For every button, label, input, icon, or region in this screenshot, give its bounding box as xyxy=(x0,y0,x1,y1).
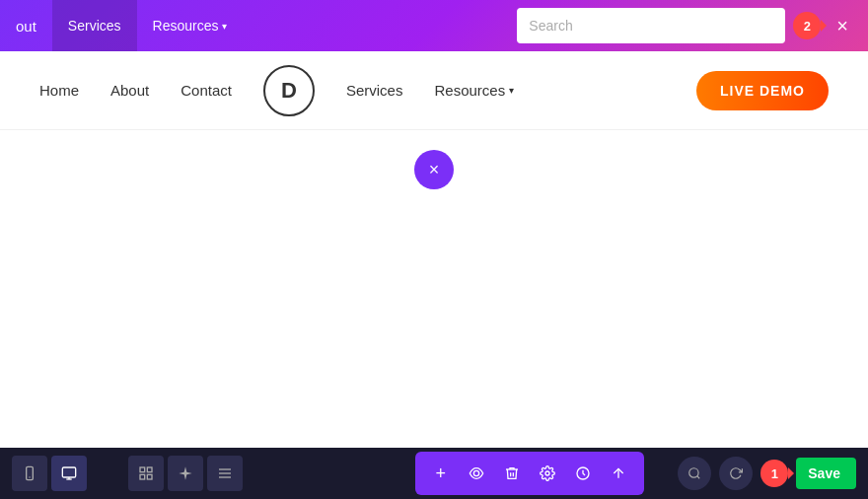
main-nav-right: LIVE DEMO xyxy=(696,71,829,110)
section-toolbar: + xyxy=(415,452,644,495)
svg-point-14 xyxy=(545,471,549,475)
bottom-toolbar: + 1 Save xyxy=(0,448,868,499)
search-toolbar-button[interactable] xyxy=(678,457,711,490)
svg-point-17 xyxy=(689,468,698,477)
nav-about[interactable]: About xyxy=(110,82,149,99)
chevron-down-icon: ▾ xyxy=(222,21,227,32)
main-nav: Home About Contact D Services Resources … xyxy=(0,51,868,130)
settings-section-button[interactable] xyxy=(532,458,563,489)
desktop-view-button[interactable] xyxy=(51,456,87,491)
resize-button[interactable] xyxy=(603,458,634,489)
close-section-button[interactable]: × xyxy=(414,150,454,189)
svg-marker-9 xyxy=(180,466,192,479)
top-bar-title: out xyxy=(0,18,52,35)
top-bar: out Services Resources ▾ 2 × xyxy=(0,0,868,51)
main-content: × xyxy=(0,130,868,448)
site-logo[interactable]: D xyxy=(263,65,315,116)
wireframe-icon-button[interactable] xyxy=(128,456,164,491)
svg-line-18 xyxy=(697,476,700,479)
toolbar-right: 1 Save xyxy=(678,457,856,490)
svg-rect-6 xyxy=(148,467,153,472)
svg-rect-8 xyxy=(148,474,153,479)
delete-section-button[interactable] xyxy=(496,458,528,489)
nav-contact[interactable]: Contact xyxy=(181,82,232,99)
top-bar-services-label: Services xyxy=(68,18,121,34)
svg-point-13 xyxy=(473,470,478,475)
mobile-view-button[interactable] xyxy=(12,456,47,491)
grid-icon-button[interactable] xyxy=(207,456,243,491)
top-bar-services-item[interactable]: Services xyxy=(52,0,137,51)
save-badge-wrap: 1 Save xyxy=(760,458,856,489)
live-demo-button[interactable]: LIVE DEMO xyxy=(696,71,829,110)
svg-point-1 xyxy=(29,476,30,477)
svg-rect-2 xyxy=(62,467,75,477)
top-bar-resources-label: Resources xyxy=(153,18,219,34)
close-button[interactable]: × xyxy=(829,12,856,39)
save-count-badge[interactable]: 1 xyxy=(760,460,788,487)
sparkle-icon-button[interactable] xyxy=(168,456,203,491)
chevron-down-icon: ▾ xyxy=(509,85,514,96)
main-nav-left: Home About Contact D Services Resources … xyxy=(39,65,514,116)
notification-badge[interactable]: 2 xyxy=(793,12,821,39)
toggle-visibility-button[interactable] xyxy=(461,458,492,489)
search-box[interactable] xyxy=(517,8,785,43)
history-button[interactable] xyxy=(567,458,599,489)
toolbar-left xyxy=(12,456,87,491)
nav-home[interactable]: Home xyxy=(39,82,79,99)
nav-resources[interactable]: Resources ▾ xyxy=(434,82,514,99)
svg-rect-7 xyxy=(140,474,145,479)
nav-resources-label: Resources xyxy=(434,82,505,99)
top-bar-left: out Services Resources ▾ xyxy=(0,0,243,51)
top-bar-resources-item[interactable]: Resources ▾ xyxy=(137,0,244,51)
top-bar-nav: Services Resources ▾ xyxy=(52,0,244,51)
nav-services[interactable]: Services xyxy=(346,82,403,99)
save-button[interactable]: Save xyxy=(796,458,856,489)
search-input[interactable] xyxy=(529,18,773,34)
top-bar-right: 2 × xyxy=(517,8,856,43)
add-section-button[interactable]: + xyxy=(425,458,457,489)
svg-rect-5 xyxy=(140,467,145,472)
sync-button[interactable] xyxy=(719,457,753,490)
